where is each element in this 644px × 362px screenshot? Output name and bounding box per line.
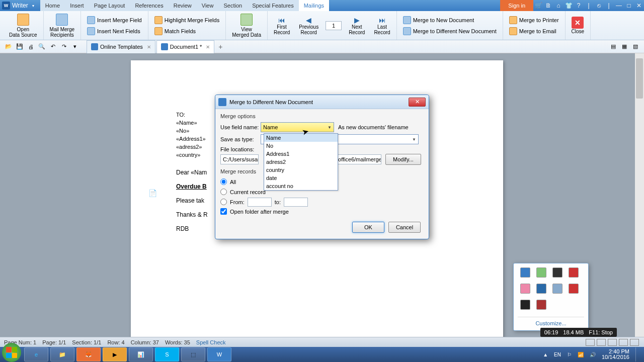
tray-lang[interactable]: EN [554,352,561,357]
taskbar-skype[interactable]: S [155,347,179,361]
tray-icon-3[interactable] [552,267,562,278]
tray-icon-8[interactable] [569,284,579,294]
file-location-input-right[interactable]: /office6/mailmerge [334,154,381,164]
field-name-combo[interactable]: Name ▼ [261,122,334,132]
next-record-button[interactable]: ▶Next Record [347,15,367,36]
tab-references[interactable]: References [130,0,168,11]
doc-icon[interactable]: 🗎 [543,2,553,9]
tab-insert[interactable]: Insert [65,0,89,11]
start-button[interactable] [2,343,21,362]
taskbar-clock[interactable]: 2:40 PM 10/14/2016 [602,349,629,360]
tray-expand-icon[interactable]: ▲ [543,352,548,357]
tray-flag-icon[interactable]: ⚐ [567,352,572,357]
taskbar-firefox[interactable]: 🦊 [76,347,101,361]
file-location-input[interactable]: C:/Users/susant [220,154,259,164]
tab-mailings[interactable]: Mailings [299,0,329,11]
tray-icon-7[interactable] [552,284,562,294]
show-desktop-button[interactable] [635,347,639,361]
tray-icon-9[interactable] [520,300,530,310]
help-icon[interactable]: ? [574,2,584,9]
mail-merge-recipients-button[interactable]: Mail Merge Recipients [48,13,76,39]
dialog-close-button[interactable]: ✕ [409,98,426,107]
insert-merge-field-button[interactable]: Insert Merge Field [85,15,144,26]
view-icon-3[interactable] [608,339,617,346]
view-icon-4[interactable] [619,339,628,346]
print-icon[interactable]: 🖨 [26,42,35,51]
radio-all[interactable] [220,178,227,185]
dialog-titlebar[interactable]: Merge to Different New Document ✕ [215,95,429,109]
merge-email-button[interactable]: Merge to Email [507,26,558,37]
open-icon[interactable]: 📂 [4,42,13,51]
tray-icon-1[interactable] [520,267,530,278]
tray-network-icon[interactable]: 📶 [578,352,584,357]
record-number-input[interactable] [326,21,342,30]
tab-page-layout[interactable]: Page Layout [89,0,130,11]
last-record-button[interactable]: ⏭Last Record [372,15,392,36]
tray-icon-5[interactable] [520,284,530,294]
view-mode-1-icon[interactable]: ▤ [609,42,618,51]
view-icon-2[interactable] [597,339,606,346]
tray-volume-icon[interactable]: 🔊 [590,352,596,357]
maximize-icon[interactable]: □ [624,2,634,9]
minimize-icon[interactable]: — [614,2,624,9]
tray-icon-6[interactable] [536,284,546,294]
close-document1-tab[interactable]: ✕ [206,44,210,50]
online-templates-tab[interactable]: Online Templates ✕ [87,40,155,53]
vertical-scrollbar[interactable] [635,53,644,337]
spell-check-button[interactable]: Spell Check [196,339,226,345]
tab-home[interactable]: Home [40,0,65,11]
previous-record-button[interactable]: ◀Previous Record [297,15,320,36]
option-date[interactable]: date [264,174,338,182]
cart-icon[interactable]: 🛒 [533,2,543,9]
home-icon[interactable]: ⌂ [553,2,564,9]
shirt-icon[interactable]: 👕 [564,2,574,9]
scroll-thumb[interactable] [636,58,643,99]
tab-section[interactable]: Section [218,0,247,11]
tray-icon-10[interactable] [536,300,546,310]
merge-printer-button[interactable]: Merge to Printer [507,15,561,26]
document1-tab[interactable]: Document1 * ✕ [156,40,215,53]
radio-current[interactable] [220,189,227,195]
app-menu-dropdown[interactable]: ▾ [32,4,34,8]
undo-icon[interactable]: ↶ [48,42,57,51]
view-mode-2-icon[interactable]: ▦ [620,42,629,51]
view-merged-data-button[interactable]: View Merged Data [230,13,263,39]
taskbar-app2[interactable]: ⬚ [181,347,205,361]
tab-special-features[interactable]: Special Features [247,0,299,11]
option-adress2[interactable]: adress2 [264,158,338,166]
insert-next-fields-button[interactable]: Insert Next Fields [85,26,142,37]
customize-link[interactable]: Customize... [518,317,584,326]
close-window-icon[interactable]: ✕ [634,2,644,9]
close-mailings-button[interactable]: ✕ Close [570,16,587,35]
more-icon[interactable]: ▾ [70,42,79,51]
ok-button[interactable]: OK [352,222,384,233]
modify-button[interactable]: Modify... [385,154,421,165]
close-templates-tab[interactable]: ✕ [147,44,151,50]
match-fields-button[interactable]: Match Fields [152,26,198,37]
taskbar-ie[interactable]: e [24,347,48,361]
view-mode-3-icon[interactable]: ▧ [631,42,640,51]
first-record-button[interactable]: ⏮First Record [272,15,292,36]
to-input[interactable] [284,198,308,207]
open-data-source-button[interactable]: Open Data Source [7,13,39,39]
taskbar-app1[interactable]: 📊 [129,347,153,361]
redo-icon[interactable]: ↷ [59,42,68,51]
preview-icon[interactable]: 🔍 [37,42,46,51]
taskbar-explorer[interactable]: 📁 [50,347,74,361]
merge-new-document-button[interactable]: Merge to New Document [401,15,476,26]
option-account-no[interactable]: account no [264,182,338,190]
tray-icon-2[interactable] [536,267,546,278]
radio-from[interactable] [220,199,227,205]
add-tab-button[interactable]: + [215,40,225,53]
save-icon[interactable]: 💾 [15,42,24,51]
merge-different-document-button[interactable]: Merge to Different New Document [401,26,499,37]
highlight-merge-fields-button[interactable]: Highlight Merge Fields [152,15,221,26]
taskbar-media[interactable]: ▶ [103,347,127,361]
taskbar-writer[interactable]: W [207,347,231,361]
export-icon[interactable]: ⎋ [594,2,604,9]
sign-in-button[interactable]: Sign in [500,0,533,11]
option-address1[interactable]: Address1 [264,150,338,158]
from-input[interactable] [248,198,272,207]
option-no[interactable]: No [264,142,338,150]
option-country[interactable]: country [264,166,338,174]
